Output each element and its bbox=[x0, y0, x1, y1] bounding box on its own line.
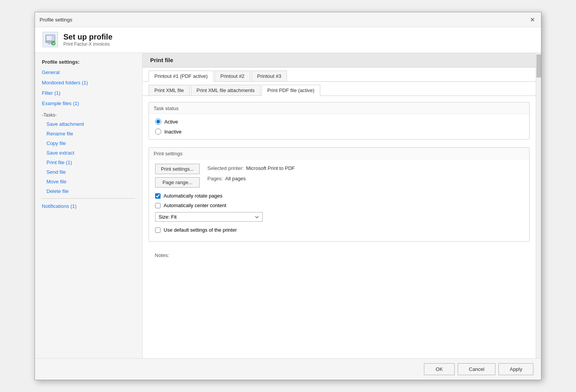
header-title: Set up profile bbox=[63, 33, 113, 41]
sidebar-item-send-file[interactable]: Send file bbox=[35, 167, 142, 177]
ok-button[interactable]: OK bbox=[424, 363, 455, 375]
title-bar: Profile settings ✕ bbox=[35, 12, 541, 27]
tab-printout3[interactable]: Printout #3 bbox=[252, 71, 287, 81]
scrollbar-track[interactable] bbox=[536, 53, 541, 358]
radio-inactive-label: Inactive bbox=[164, 129, 182, 135]
sidebar-item-filter[interactable]: Filter (1) bbox=[35, 88, 142, 98]
task-status-legend: Task status bbox=[149, 102, 529, 114]
profile-settings-dialog: Profile settings ✕ Set up profile Print … bbox=[35, 12, 541, 380]
print-settings-section: Print settings Print settings... Page ra… bbox=[149, 147, 530, 242]
sidebar-item-general[interactable]: General bbox=[35, 67, 142, 77]
content-with-scroll: Print file Printout #1 (PDF active) Prin… bbox=[142, 53, 541, 358]
sidebar-item-print-file[interactable]: Print file (1) bbox=[35, 158, 142, 167]
radio-active-input[interactable] bbox=[155, 119, 161, 125]
content-header: Print file bbox=[142, 53, 536, 68]
selected-printer-value: Microsoft Print to PDF bbox=[246, 165, 295, 171]
pages-label: Pages: bbox=[207, 176, 223, 181]
task-status-section: Task status Active Inactive bbox=[149, 102, 530, 140]
print-settings-content: Print settings... Page range... Selected… bbox=[149, 159, 529, 241]
svg-rect-1 bbox=[46, 36, 52, 40]
auto-center-label: Automatically center content bbox=[164, 203, 226, 208]
sub-tab-print-pdf[interactable]: Print PDF file (active) bbox=[262, 85, 320, 96]
cancel-button[interactable]: Cancel bbox=[458, 363, 495, 375]
auto-rotate-input[interactable] bbox=[155, 193, 161, 199]
auto-center-checkbox[interactable]: Automatically center content bbox=[155, 203, 523, 208]
use-default-input[interactable] bbox=[155, 227, 161, 233]
notes-label: Notes: bbox=[149, 249, 530, 261]
tabs-row: Printout #1 (PDF active) Printout #2 Pri… bbox=[142, 68, 536, 82]
auto-center-input[interactable] bbox=[155, 203, 161, 208]
sidebar-item-move-file[interactable]: Move file bbox=[35, 177, 142, 186]
sidebar-item-save-attachment[interactable]: Save attachment bbox=[35, 119, 142, 129]
page-range-button[interactable]: Page range... bbox=[155, 177, 200, 188]
header-subtitle: Print Factur-X invoices bbox=[63, 41, 113, 47]
footer: OK Cancel Apply bbox=[35, 358, 541, 380]
radio-group: Active Inactive bbox=[155, 119, 523, 135]
radio-active-label: Active bbox=[164, 119, 178, 125]
pages-row: Pages: All pages bbox=[207, 176, 295, 181]
auto-rotate-label: Automatically rotate pages bbox=[164, 193, 222, 199]
radio-active[interactable]: Active bbox=[155, 119, 523, 125]
dialog-title: Profile settings bbox=[40, 17, 72, 23]
sidebar-item-example-files[interactable]: Example files (1) bbox=[35, 98, 142, 109]
main-content: Profile settings: General Monitored fold… bbox=[35, 53, 541, 358]
profile-icon bbox=[43, 32, 58, 47]
selected-printer-label: Selected printer: bbox=[207, 165, 244, 171]
print-settings-legend: Print settings bbox=[149, 148, 529, 159]
radio-inactive-input[interactable] bbox=[155, 128, 161, 135]
print-settings-button[interactable]: Print settings... bbox=[155, 164, 200, 174]
size-dropdown[interactable]: Size: Fit Size: Actual Size: Shrink Size… bbox=[155, 212, 263, 222]
tab-printout2[interactable]: Printout #2 bbox=[215, 71, 250, 81]
use-default-checkbox[interactable]: Use default settings of the printer bbox=[155, 227, 523, 233]
task-status-content: Active Inactive bbox=[149, 114, 529, 139]
sub-tab-print-xml[interactable]: Print XML file bbox=[149, 85, 190, 96]
content-area: Print file Printout #1 (PDF active) Prin… bbox=[142, 53, 536, 358]
pages-value: All pages bbox=[225, 176, 245, 181]
sidebar-item-rename-file[interactable]: Rename file bbox=[35, 129, 142, 138]
sub-tab-print-xml-attachments[interactable]: Print XML file attachments bbox=[191, 85, 260, 96]
sidebar-item-notifications[interactable]: Notifications (1) bbox=[35, 201, 142, 211]
sidebar-divider bbox=[42, 198, 135, 199]
apply-button[interactable]: Apply bbox=[498, 363, 533, 375]
sidebar-item-monitored-folders[interactable]: Monitored folders (1) bbox=[35, 77, 142, 88]
panel-body: Task status Active Inactive bbox=[142, 96, 536, 358]
sidebar-item-delete-file[interactable]: Delete file bbox=[35, 186, 142, 196]
sidebar-item-copy-file[interactable]: Copy file bbox=[35, 138, 142, 148]
tasks-section-label: -Tasks- bbox=[35, 109, 142, 119]
sidebar-label: Profile settings: bbox=[35, 57, 142, 67]
radio-inactive[interactable]: Inactive bbox=[155, 128, 523, 135]
auto-rotate-checkbox[interactable]: Automatically rotate pages bbox=[155, 193, 523, 199]
header-text: Set up profile Print Factur-X invoices bbox=[63, 33, 113, 47]
header-section: Set up profile Print Factur-X invoices bbox=[35, 27, 541, 53]
tab-printout1[interactable]: Printout #1 (PDF active) bbox=[149, 71, 214, 82]
selected-printer-row: Selected printer: Microsoft Print to PDF bbox=[207, 165, 295, 171]
sidebar-item-save-extract[interactable]: Save extract bbox=[35, 148, 142, 158]
sidebar: Profile settings: General Monitored fold… bbox=[35, 53, 142, 358]
close-button[interactable]: ✕ bbox=[528, 15, 536, 24]
use-default-label: Use default settings of the printer bbox=[164, 227, 237, 233]
scrollbar-thumb[interactable] bbox=[536, 54, 541, 77]
sub-tabs-row: Print XML file Print XML file attachment… bbox=[142, 82, 536, 96]
svg-point-4 bbox=[51, 41, 55, 45]
